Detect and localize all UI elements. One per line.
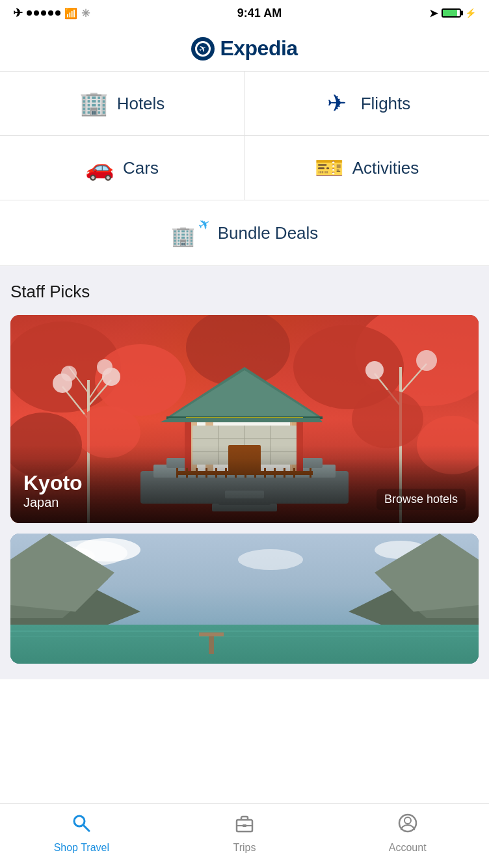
activities-label: Activities xyxy=(352,158,419,178)
time-display: 9:41 AM xyxy=(237,7,282,20)
svg-rect-85 xyxy=(243,824,246,827)
nav-item-flights[interactable]: ✈ Flights xyxy=(244,72,489,136)
logo-text: Expedia xyxy=(220,36,297,61)
svg-point-60 xyxy=(352,390,423,448)
logo-globe-icon: ✈ xyxy=(191,37,215,61)
battery-icon xyxy=(442,8,461,18)
account-icon xyxy=(397,813,418,838)
kyoto-cta[interactable]: Browse hotels xyxy=(377,489,466,510)
wifi-icon: 📶 xyxy=(64,7,77,20)
nav-item-cars[interactable]: 🚗 Cars xyxy=(0,136,244,200)
bundle-icon: 🏢 ✈ xyxy=(171,219,207,247)
search-icon xyxy=(71,813,92,838)
svg-point-87 xyxy=(404,817,411,824)
staff-picks-section: Staff Picks xyxy=(0,266,489,679)
nav-item-hotels[interactable]: 🏢 Hotels xyxy=(0,72,244,136)
briefcase-icon xyxy=(234,813,255,838)
coastal-illustration xyxy=(10,534,479,664)
hotels-icon: 🏢 xyxy=(79,90,107,117)
svg-rect-80 xyxy=(199,632,224,636)
kyoto-country: Japan xyxy=(23,495,83,510)
coastal-image xyxy=(10,534,479,664)
signal-dots xyxy=(27,10,60,16)
status-bar: ✈ 📶 ✳ 9:41 AM ➤ ⚡ xyxy=(0,0,489,26)
bundle-deals-button[interactable]: 🏢 ✈ Bundle Deals xyxy=(0,200,489,266)
kyoto-overlay: Kyoto Japan Browse hotels xyxy=(10,458,479,523)
status-left: ✈ 📶 ✳ xyxy=(13,6,90,20)
svg-point-14 xyxy=(97,359,112,375)
tab-bar: Shop Travel Trips Account xyxy=(0,803,489,868)
trips-label: Trips xyxy=(233,842,256,854)
coastal-card[interactable] xyxy=(10,534,479,664)
shop-travel-label: Shop Travel xyxy=(54,842,109,854)
app-header: ✈ Expedia xyxy=(0,26,489,72)
hotels-label: Hotels xyxy=(117,94,165,114)
tab-shop-travel[interactable]: Shop Travel xyxy=(0,804,163,868)
loading-icon: ✳ xyxy=(81,7,90,20)
svg-point-18 xyxy=(365,361,384,379)
account-label: Account xyxy=(389,842,427,854)
kyoto-city: Kyoto xyxy=(23,471,83,495)
logo: ✈ Expedia xyxy=(191,36,297,61)
status-right: ➤ ⚡ xyxy=(429,7,476,20)
staff-picks-title: Staff Picks xyxy=(10,282,479,302)
location-icon: ➤ xyxy=(429,7,438,20)
flights-icon: ✈ xyxy=(323,90,350,117)
svg-rect-79 xyxy=(209,634,214,654)
flights-label: Flights xyxy=(361,94,411,114)
bundle-deals-label: Bundle Deals xyxy=(218,223,319,243)
bundle-plane-icon: ✈ xyxy=(194,214,213,235)
airplane-mode-icon: ✈ xyxy=(13,6,23,20)
svg-point-19 xyxy=(416,350,437,371)
cars-label: Cars xyxy=(123,158,159,178)
svg-point-12 xyxy=(61,366,77,381)
logo-plane-icon: ✈ xyxy=(197,42,209,55)
activities-icon: 🎫 xyxy=(315,154,342,182)
nav-grid: 🏢 Hotels ✈ Flights 🚗 Cars 🎫 Activities xyxy=(0,72,489,200)
cars-icon: 🚗 xyxy=(85,154,112,182)
tab-trips[interactable]: Trips xyxy=(163,804,326,868)
bolt-icon: ⚡ xyxy=(465,8,476,18)
kyoto-text: Kyoto Japan xyxy=(23,471,83,510)
bundle-building-icon: 🏢 xyxy=(171,224,195,247)
kyoto-card[interactable]: Kyoto Japan Browse hotels xyxy=(10,315,479,523)
svg-rect-76 xyxy=(10,625,479,664)
tab-account[interactable]: Account xyxy=(326,804,489,868)
svg-point-68 xyxy=(238,549,303,570)
svg-line-82 xyxy=(83,825,89,831)
nav-item-activities[interactable]: 🎫 Activities xyxy=(244,136,489,200)
